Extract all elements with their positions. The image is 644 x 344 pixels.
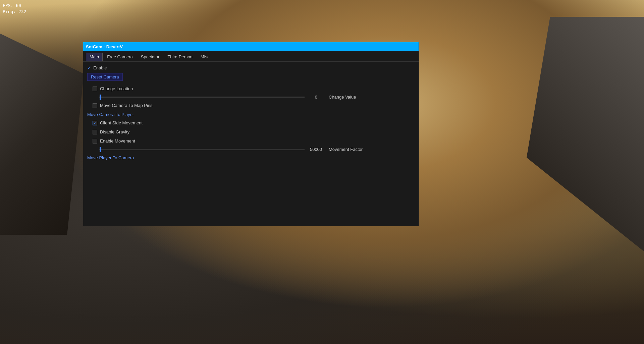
disable-gravity-checkbox[interactable] <box>93 130 97 134</box>
change-location-label: Change Location <box>100 86 133 91</box>
enable-movement-checkbox[interactable] <box>93 139 97 144</box>
window-title: SotCam - DesertV <box>86 44 123 49</box>
enable-row: ✓ Enable <box>87 65 415 70</box>
enable-label[interactable]: Enable <box>93 65 107 70</box>
tab-bar: Main Free Camera Spectator Third Person … <box>83 51 419 62</box>
slider-thumb <box>100 95 101 100</box>
tab-third-person[interactable]: Third Person <box>164 53 196 61</box>
movement-factor-label: Movement Factor <box>329 147 363 152</box>
fps-label: FPS: <box>3 3 13 8</box>
ping-label: Ping: <box>3 9 16 14</box>
slider-track <box>99 97 305 98</box>
change-value-slider[interactable]: 6 <box>98 95 326 100</box>
change-value-slider-row: 6 Change Value <box>98 95 415 100</box>
movement-slider-thumb <box>100 147 101 152</box>
reset-camera-button[interactable]: Reset Camera <box>87 73 123 81</box>
move-player-to-camera-header[interactable]: Move Player To Camera <box>87 153 415 162</box>
fps-value: 60 <box>16 3 21 8</box>
enable-movement-label: Enable Movement <box>100 138 135 144</box>
tab-free-camera[interactable]: Free Camera <box>103 53 137 61</box>
change-location-checkbox[interactable] <box>93 87 97 91</box>
movement-factor-value: 50000 <box>306 147 326 152</box>
client-side-movement-label: Client Side Movement <box>100 120 143 125</box>
movement-factor-slider-row: 50000 Movement Factor <box>98 147 415 152</box>
change-value-label: Change Value <box>329 95 356 100</box>
tab-misc[interactable]: Misc <box>197 53 213 61</box>
ping-value: 232 <box>18 9 26 14</box>
map-pins-label: Move Camera To Map Pins <box>100 103 153 108</box>
map-pins-checkbox[interactable] <box>93 103 97 108</box>
main-window: SotCam - DesertV Main Free Camera Specta… <box>83 42 419 226</box>
move-camera-to-player-header[interactable]: Move Camera To Player <box>87 110 415 118</box>
hud-info: FPS: 60 Ping: 232 <box>3 3 26 15</box>
tab-spectator[interactable]: Spectator <box>137 53 163 61</box>
tab-main[interactable]: Main <box>86 53 103 61</box>
title-bar: SotCam - DesertV <box>83 42 419 51</box>
change-value-number: 6 <box>306 95 326 100</box>
movement-factor-slider[interactable]: 50000 <box>98 147 326 152</box>
disable-gravity-label: Disable Gravity <box>100 129 129 134</box>
content-area: ✓ Enable Reset Camera Change Location 6 … <box>83 62 419 165</box>
enable-checkmark: ✓ <box>87 65 91 70</box>
client-side-movement-checkbox[interactable] <box>93 121 97 125</box>
movement-slider-track <box>99 149 305 150</box>
